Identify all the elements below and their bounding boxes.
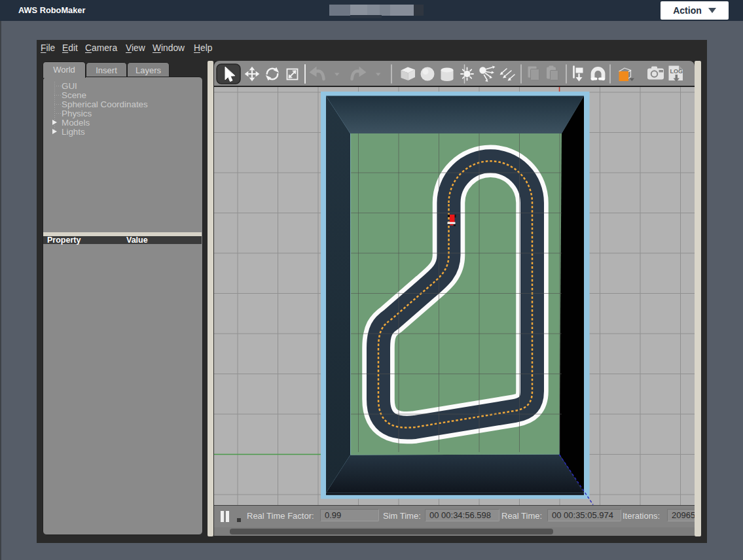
svg-text:LOG: LOG	[670, 68, 683, 75]
